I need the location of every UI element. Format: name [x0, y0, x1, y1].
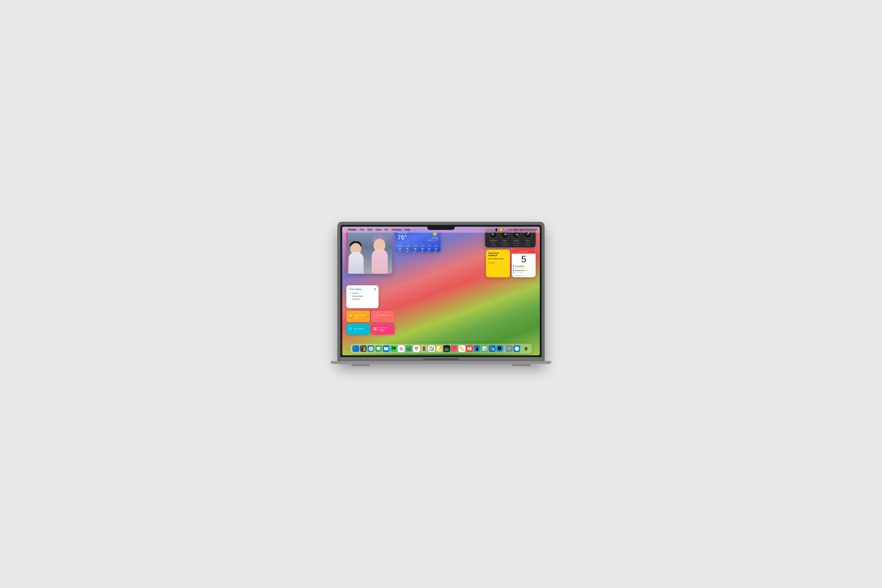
appstore-icon: 🅐: [498, 346, 502, 351]
macbook-feet: [338, 364, 544, 366]
contacts-icon: 👤: [422, 346, 426, 351]
sysprefs-icon: ⚙️: [507, 346, 512, 351]
screen-bezel: Finder File Edit View Go Window Help ▊ 📶…: [340, 225, 542, 357]
menu-help[interactable]: Help: [405, 228, 410, 231]
notes-time: 8:30 AM: [488, 262, 508, 264]
calendar-more: 1 more event: [512, 275, 536, 277]
forecast-time: 2 PM: [427, 245, 431, 247]
dock-safari[interactable]: 🧭: [368, 345, 374, 352]
clock-offset-cupertino: +0HRS: [490, 244, 496, 246]
weather-temp: 76°: [398, 234, 407, 241]
calendar-day: MONDAY: [512, 250, 536, 253]
dock-sysprefs[interactable]: ⚙️: [506, 345, 513, 352]
dock-screentime[interactable]: 🕐: [513, 345, 520, 352]
reminder-text-2: Pleated fabric: [352, 295, 363, 297]
forecast-time: 1 PM: [420, 245, 424, 247]
dock-mail[interactable]: ✉️: [382, 345, 390, 352]
macbook-foot-right: [512, 364, 531, 366]
forecast-time: 12 PM: [412, 245, 418, 247]
weather-forecast: 10 AM ☀️ 77° 11 AM ☀️ 80° 12 PM ☀️ 8: [398, 243, 438, 252]
dock-music[interactable]: 🎵: [451, 345, 458, 352]
reminders-count: 3: [374, 288, 376, 291]
dock-trash[interactable]: 🗑: [523, 345, 530, 352]
dock-numbers[interactable]: 📊: [481, 345, 488, 352]
dock-configurator[interactable]: 📱: [474, 345, 480, 352]
forecast-10am: 10 AM ☀️ 77°: [398, 245, 403, 252]
reminder-1: Flowers: [349, 292, 376, 294]
calendar-header: MONDAY: [512, 250, 536, 254]
menu-bar-right: ▊ 📶 🔍 ⊙ Mon Jun 5 9:41 AM: [496, 228, 537, 231]
dock-finder[interactable]: 🔵: [352, 345, 359, 352]
configurator-icon: 📱: [474, 346, 480, 351]
menu-view[interactable]: View: [375, 228, 381, 231]
menu-window[interactable]: Window: [392, 228, 402, 231]
forecast-temp: 88°: [434, 250, 438, 252]
dock-appstore[interactable]: 🅐: [496, 345, 503, 352]
facetime-icon: 📹: [406, 346, 411, 351]
forecast-icon: ☀️: [398, 248, 403, 250]
forecast-icon: 🌤: [434, 248, 438, 250]
forecast-temp: 80°: [405, 250, 410, 252]
forecast-temp: 85°: [427, 250, 431, 252]
shortcut-photo-label: Play Photo Shoot P...: [376, 314, 392, 319]
shortcut-watermark[interactable]: 🖼 Watermark Images: [371, 323, 394, 335]
clock-city-tokyo: Tokyo: [502, 240, 507, 242]
dock-maps[interactable]: 🗺: [390, 345, 397, 352]
reminder-2: Pleated fabric: [349, 295, 376, 297]
calendar-event-2: Meet with talent 🌟 12:30–1:00pm: [513, 269, 534, 273]
dock-photos[interactable]: 🌸: [398, 345, 405, 352]
studio-light-icon: 💡: [349, 315, 352, 318]
clock-sub-paris: Today: [525, 242, 530, 244]
cal-event-time-1: 12:00–12:30pm: [514, 267, 534, 269]
forecast-temp: 77°: [398, 250, 403, 252]
dock-separator-2: [521, 346, 522, 352]
menu-go[interactable]: Go: [385, 228, 388, 231]
dock-tv[interactable]: 📺: [443, 345, 450, 352]
dock-facetime[interactable]: 📹: [405, 345, 412, 352]
forecast-12pm: 12 PM ☀️ 81°: [412, 245, 418, 252]
notes-title: Test shoot feedback: [488, 252, 508, 256]
dock-launchpad[interactable]: [360, 345, 367, 352]
clock-sub-sydney: Tomorrow: [513, 242, 520, 244]
forecast-icon: ☀️: [412, 248, 418, 250]
macbook-base: [340, 357, 542, 361]
macbook-bottom: [331, 361, 551, 364]
shortcut-take-break[interactable]: ⏱ Take A Break: [346, 323, 370, 335]
dock-freeform[interactable]: ✏️: [459, 345, 465, 352]
clock-sub-cupertino: Today: [491, 242, 495, 244]
dock-reminders[interactable]: ☑️: [428, 345, 435, 352]
app-name[interactable]: Finder: [348, 228, 357, 231]
dock-calendar[interactable]: 📅: [413, 345, 420, 352]
dock-news[interactable]: 📰: [466, 345, 473, 352]
dock-keynote[interactable]: 🎭: [489, 345, 496, 352]
shortcut-photo-shoot[interactable]: ♪ Play Photo Shoot P...: [371, 310, 394, 322]
macbook-outer: Finder File Edit View Go Window Help ▊ 📶…: [338, 222, 544, 361]
reminders-header: Prop styling 3: [349, 288, 376, 291]
forecast-icon: ☀️: [405, 248, 410, 250]
siri-icon[interactable]: ⊙: [510, 228, 512, 231]
cal-event-title-1: Set up lighting 🌟: [514, 265, 534, 267]
menu-edit[interactable]: Edit: [368, 228, 372, 231]
clock-city-cupertino: Cupertino: [489, 240, 497, 242]
clock-city-paris: Paris: [525, 240, 530, 242]
menu-file[interactable]: File: [360, 228, 364, 231]
clock-offset-sydney: +17HRS: [513, 244, 519, 246]
dock-notes[interactable]: 📝: [436, 345, 442, 352]
macbook-container: Finder File Edit View Go Window Help ▊ 📶…: [331, 222, 551, 366]
dock-contacts[interactable]: 👤: [420, 345, 428, 352]
calendar-icon: 📅: [414, 346, 419, 351]
numbers-icon: 📊: [482, 346, 487, 351]
shortcut-watermark-label: Watermark Images: [378, 327, 392, 331]
red-accent: [346, 229, 348, 274]
forecast-time: 10 AM: [398, 245, 403, 247]
battery-icon: ▊: [496, 228, 498, 231]
search-icon[interactable]: 🔍: [504, 228, 508, 231]
shortcut-studio-light[interactable]: 💡 Turn on Studio Ligh...: [346, 310, 370, 322]
forecast-time: 11 AM: [405, 245, 410, 247]
dock-messages[interactable]: 💬: [375, 345, 382, 352]
shortcut-break-label: Take A Break: [353, 328, 364, 330]
keynote-icon: 🎭: [490, 346, 495, 351]
notes-body: More ambient light: [488, 258, 508, 260]
shortcut-studio-label: Turn on Studio Ligh...: [354, 314, 368, 319]
menu-bar-left: Finder File Edit View Go Window Help: [345, 228, 496, 231]
